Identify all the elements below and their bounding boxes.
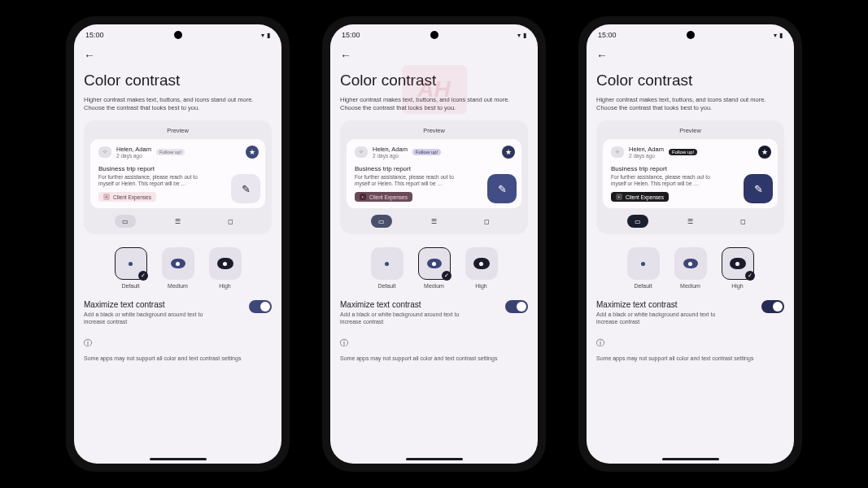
report-title: Business trip report (611, 165, 770, 172)
status-icons: ▾ ▮ (517, 32, 526, 39)
page-subtitle: Higher contrast makes text, buttons, and… (74, 96, 281, 120)
page-title: Color contrast (330, 65, 538, 96)
info-icon[interactable]: ⓘ (587, 331, 794, 352)
contrast-label-medium: Medium (168, 283, 188, 289)
camera-notch (687, 31, 695, 39)
chip-square-icon: ▪ (360, 194, 366, 200)
preview-tab-row: ▭ ☰ ◻ (347, 215, 521, 228)
report-body: For further assistance, please reach out… (611, 174, 717, 188)
star-button[interactable]: ★ (502, 146, 515, 159)
page-title: Color contrast (587, 65, 794, 96)
footer-note: Some apps may not support all color and … (330, 352, 538, 364)
gesture-bar (662, 458, 719, 460)
report-title: Business trip report (355, 165, 513, 172)
check-icon: ✓ (138, 271, 148, 281)
eye-high-icon (217, 258, 233, 269)
maximize-toggle[interactable] (505, 300, 528, 313)
report-title: Business trip report (98, 165, 257, 172)
contrast-label-default: Default (634, 283, 652, 289)
maximize-subtitle: Add a black or white background around t… (340, 311, 478, 325)
preview-time: 2 days ago (373, 153, 408, 159)
camera-notch (430, 31, 438, 39)
edit-fab[interactable]: ✎ (487, 174, 517, 203)
tab-chat-icon[interactable]: ◻ (477, 215, 498, 228)
chip-square-icon: ▪ (616, 194, 622, 200)
expense-chip: ▪ Client Expenses (611, 192, 669, 202)
tab-list-icon[interactable]: ☰ (168, 215, 189, 228)
wifi-icon: ▾ (261, 32, 264, 39)
follow-up-chip: Follow up! (412, 149, 441, 155)
contrast-label-medium: Medium (680, 283, 700, 289)
maximize-toggle[interactable] (249, 300, 272, 313)
contrast-option-default[interactable]: ✓ Default (115, 247, 147, 289)
avatar-icon: ⁘ (611, 146, 624, 158)
tab-chat-icon[interactable]: ◻ (220, 215, 242, 228)
contrast-option-default[interactable]: Default (627, 247, 660, 289)
tab-display-icon[interactable]: ▭ (115, 215, 136, 228)
contrast-label-high: High (219, 283, 230, 289)
preview-tab-row: ▭ ☰ ◻ (90, 215, 265, 228)
pencil-icon: ✎ (754, 183, 763, 195)
maximize-contrast-row: Maximize text contrast Add a black or wh… (587, 289, 794, 330)
battery-icon: ▮ (523, 32, 526, 39)
back-arrow-icon[interactable]: ← (596, 49, 608, 62)
info-icon[interactable]: ⓘ (74, 331, 281, 352)
preview-names: Helen, Adam (629, 146, 664, 153)
contrast-option-high[interactable]: High (465, 247, 498, 289)
edit-fab[interactable]: ✎ (231, 174, 260, 203)
edit-fab[interactable]: ✎ (744, 174, 773, 203)
report-body: For further assistance, please reach out… (98, 174, 204, 188)
expense-chip-label: Client Expenses (626, 194, 664, 200)
maximize-subtitle: Add a black or white background around t… (84, 311, 222, 325)
maximize-contrast-row: Maximize text contrast Add a black or wh… (330, 289, 538, 330)
preview-card: Preview ⁘ Helen, Adam 2 days ago Follow … (84, 120, 272, 235)
back-arrow-icon[interactable]: ← (84, 49, 95, 62)
avatar-icon: ⁘ (98, 146, 111, 158)
preview-inner-card: ⁘ Helen, Adam 2 days ago Follow up! ★ Bu… (90, 139, 265, 209)
tab-display-icon[interactable]: ▭ (371, 215, 392, 228)
contrast-option-high[interactable]: High (209, 247, 242, 289)
status-time: 15:00 (598, 31, 617, 39)
page-subtitle: Higher contrast makes text, buttons, and… (330, 96, 538, 120)
back-arrow-icon[interactable]: ← (340, 49, 351, 62)
contrast-option-medium[interactable]: Medium (674, 247, 707, 289)
preview-tab-row: ▭ ☰ ◻ (603, 215, 778, 228)
tab-list-icon[interactable]: ☰ (424, 215, 445, 228)
eye-high-icon (730, 258, 746, 269)
tab-list-icon[interactable]: ☰ (680, 215, 701, 228)
tab-chat-icon[interactable]: ◻ (733, 215, 754, 228)
eye-high-icon (473, 258, 490, 269)
eye-default-icon (641, 262, 645, 266)
maximize-toggle[interactable] (761, 300, 784, 313)
wifi-icon: ▾ (774, 32, 777, 39)
page-subtitle: Higher contrast makes text, buttons, and… (587, 96, 794, 120)
star-button[interactable]: ★ (246, 146, 259, 159)
tab-display-icon[interactable]: ▭ (627, 215, 648, 228)
contrast-label-high: High (731, 283, 743, 289)
contrast-options-row: ✓ Default Medium High (74, 247, 281, 289)
contrast-option-medium[interactable]: Medium (162, 247, 194, 289)
contrast-option-high[interactable]: ✓ High (722, 247, 754, 289)
preview-label: Preview (90, 125, 265, 139)
contrast-option-default[interactable]: Default (371, 247, 403, 289)
contrast-label-medium: Medium (424, 283, 444, 289)
check-icon: ✓ (442, 271, 451, 281)
phone-mockup-high: 15:00 ▾ ▮ ← Color contrast Higher contra… (578, 16, 802, 472)
maximize-title: Maximize text contrast (84, 300, 222, 309)
status-time: 15:00 (85, 31, 104, 39)
contrast-options-row: Default Medium ✓ High (587, 247, 794, 289)
preview-time: 2 days ago (116, 153, 151, 159)
phone-mockup-medium: AH 15:00 ▾ ▮ ← Color contrast Higher con… (322, 16, 546, 472)
star-button[interactable]: ★ (758, 146, 771, 159)
battery-icon: ▮ (267, 32, 270, 39)
eye-medium-icon (171, 259, 185, 268)
preview-label: Preview (347, 125, 521, 139)
contrast-option-medium[interactable]: ✓ Medium (418, 247, 451, 289)
maximize-subtitle: Add a black or white background around t… (596, 311, 735, 325)
contrast-label-high: High (475, 283, 486, 289)
expense-chip-label: Client Expenses (369, 194, 408, 200)
info-icon[interactable]: ⓘ (330, 331, 538, 352)
contrast-options-row: Default ✓ Medium High (330, 247, 538, 289)
eye-default-icon (385, 262, 389, 266)
status-icons: ▾ ▮ (261, 32, 270, 39)
